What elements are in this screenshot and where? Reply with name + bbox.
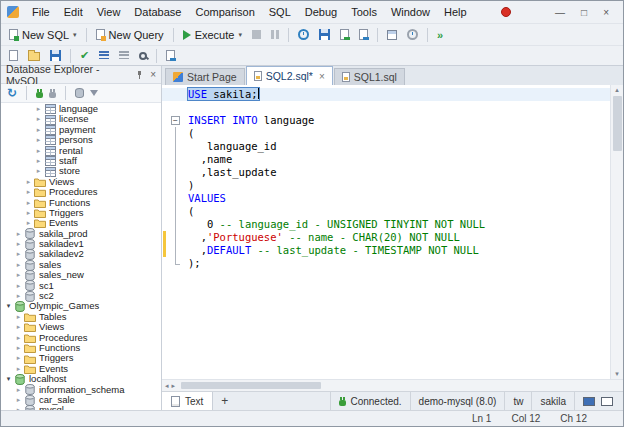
tree-item-tables[interactable]: ▸Tables bbox=[1, 312, 161, 322]
editor-line[interactable]: ( bbox=[162, 205, 610, 218]
export-data-button[interactable] bbox=[336, 27, 353, 42]
editor-line[interactable]: ( bbox=[162, 127, 610, 140]
tree-item-events[interactable]: ▸Events bbox=[1, 364, 161, 374]
menu-sql[interactable]: SQL bbox=[262, 3, 298, 21]
editor-line[interactable]: ); bbox=[162, 257, 610, 270]
editor-line[interactable]: ,name bbox=[162, 153, 610, 166]
menu-view[interactable]: View bbox=[90, 3, 128, 21]
scroll-left-icon[interactable]: ◂ bbox=[165, 382, 169, 390]
expand-arrow-icon[interactable]: ▸ bbox=[14, 249, 23, 259]
pause-button[interactable] bbox=[267, 28, 283, 41]
tab-start-page[interactable]: Start Page bbox=[165, 68, 245, 85]
tree-item-car-sale[interactable]: ▸car_sale bbox=[1, 395, 161, 405]
expand-arrow-icon[interactable]: ▸ bbox=[24, 187, 33, 197]
hscroll-thumb[interactable] bbox=[181, 382, 321, 389]
editor-line[interactable]: −INSERT INTO language bbox=[162, 114, 610, 127]
layout-editor-icon[interactable] bbox=[583, 397, 595, 406]
server-cell[interactable]: demo-mysql (8.0) bbox=[410, 392, 505, 410]
connection-status-cell[interactable]: Connected. bbox=[330, 392, 409, 410]
expand-arrow-icon[interactable]: ▸ bbox=[34, 156, 43, 166]
tree-item-rental[interactable]: ▸rental bbox=[1, 146, 161, 156]
tree-item-functions[interactable]: ▸Functions bbox=[1, 343, 161, 353]
expand-arrow-icon[interactable]: ▸ bbox=[14, 364, 23, 374]
expand-arrow-icon[interactable]: ▸ bbox=[24, 208, 33, 218]
scroll-down-icon[interactable]: ▾ bbox=[615, 370, 619, 378]
query-history-button[interactable] bbox=[294, 27, 313, 42]
vscroll-thumb[interactable] bbox=[613, 96, 622, 151]
expand-arrow-icon[interactable]: ▸ bbox=[24, 218, 33, 228]
expand-arrow-icon[interactable]: ▸ bbox=[34, 104, 43, 114]
tab-sql1-sql[interactable]: SQL1.sql bbox=[334, 68, 405, 85]
find-button[interactable] bbox=[135, 50, 151, 62]
new-connection-icon[interactable] bbox=[75, 88, 84, 98]
expand-arrow-icon[interactable]: ▸ bbox=[34, 135, 43, 145]
tree-item-store[interactable]: ▸store bbox=[1, 166, 161, 176]
pin-icon[interactable] bbox=[136, 71, 143, 79]
execute-button[interactable]: Execute ▾ bbox=[179, 27, 246, 43]
comment-button[interactable] bbox=[115, 49, 133, 62]
add-view-button[interactable]: + bbox=[213, 394, 236, 408]
new-sql-button[interactable]: New SQL ▾ bbox=[5, 27, 81, 43]
close-panel-icon[interactable]: × bbox=[150, 69, 156, 80]
more-commands-button[interactable]: » bbox=[433, 27, 447, 43]
new-query-button[interactable]: New Query bbox=[92, 27, 168, 43]
layout-split-icon[interactable] bbox=[601, 397, 613, 406]
editor-line[interactable]: ,DEFAULT -- last_update - TIMESTAMP NOT … bbox=[162, 244, 610, 257]
tree-item-triggers[interactable]: ▸Triggers bbox=[1, 208, 161, 218]
editor-line[interactable]: ,'Portuguese' -- name - CHAR(20) NOT NUL… bbox=[162, 231, 610, 244]
collapse-arrow-icon[interactable]: ▾ bbox=[4, 301, 13, 311]
scroll-right-icon[interactable]: ▸ bbox=[172, 382, 176, 390]
expand-arrow-icon[interactable]: ▸ bbox=[34, 125, 43, 135]
editor-line[interactable]: VALUES bbox=[162, 192, 610, 205]
expand-arrow-icon[interactable]: ▸ bbox=[14, 322, 23, 332]
expand-arrow-icon[interactable]: ▸ bbox=[14, 270, 23, 280]
save-results-button[interactable] bbox=[315, 27, 334, 42]
expand-arrow-icon[interactable]: ▸ bbox=[14, 333, 23, 343]
fold-collapse-icon[interactable]: − bbox=[170, 114, 182, 127]
tree-item-persons[interactable]: ▸persons bbox=[1, 135, 161, 145]
save-button[interactable] bbox=[46, 48, 65, 63]
maximize-button[interactable]: □ bbox=[581, 7, 587, 18]
expand-arrow-icon[interactable]: ▸ bbox=[24, 198, 33, 208]
menu-debug[interactable]: Debug bbox=[298, 3, 344, 21]
expand-arrow-icon[interactable]: ▸ bbox=[14, 312, 23, 322]
tree-item-staff[interactable]: ▸staff bbox=[1, 156, 161, 166]
menu-window[interactable]: Window bbox=[384, 3, 437, 21]
menu-file[interactable]: File bbox=[25, 3, 57, 21]
expand-arrow-icon[interactable]: ▸ bbox=[14, 260, 23, 270]
editor-line[interactable]: USE sakila; bbox=[162, 88, 610, 101]
database-cell[interactable]: sakila bbox=[531, 392, 574, 410]
collapse-arrow-icon[interactable]: ▾ bbox=[4, 374, 13, 384]
open-file-button[interactable] bbox=[24, 48, 44, 63]
refresh-icon[interactable]: ↻ bbox=[7, 88, 17, 98]
expand-arrow-icon[interactable]: ▸ bbox=[14, 229, 23, 239]
tab-text-view[interactable]: Text bbox=[162, 392, 213, 410]
tree-item-sales-new[interactable]: ▸sales_new bbox=[1, 270, 161, 280]
snippets-button[interactable] bbox=[162, 48, 179, 63]
editor-line[interactable]: ) bbox=[162, 179, 610, 192]
query-builder-button[interactable] bbox=[383, 28, 401, 42]
disconnect-icon[interactable] bbox=[49, 92, 56, 98]
editor-hscrollbar[interactable]: ◂ ▸ bbox=[162, 379, 623, 391]
tree-item-information-schema[interactable]: ▸information_schema bbox=[1, 385, 161, 395]
menu-comparison[interactable]: Comparison bbox=[188, 3, 261, 21]
expand-arrow-icon[interactable]: ▸ bbox=[14, 239, 23, 249]
expand-arrow-icon[interactable]: ▸ bbox=[34, 114, 43, 124]
expand-arrow-icon[interactable]: ▸ bbox=[14, 281, 23, 291]
tree-item-localhost[interactable]: ▾localhost bbox=[1, 374, 161, 384]
menu-database[interactable]: Database bbox=[127, 3, 188, 21]
tree-item-sc1[interactable]: ▸sc1 bbox=[1, 281, 161, 291]
query-profiler-button[interactable] bbox=[403, 27, 422, 42]
tree-item-triggers[interactable]: ▸Triggers bbox=[1, 353, 161, 363]
close-button[interactable]: × bbox=[603, 7, 609, 18]
filter-icon[interactable] bbox=[90, 90, 98, 96]
editor-line[interactable]: 0 -- language_id - UNSIGNED TINYINT NOT … bbox=[162, 218, 610, 231]
sql-editor[interactable]: USE sakila;−INSERT INTO language( langua… bbox=[162, 85, 610, 379]
fold-box[interactable]: − bbox=[171, 116, 180, 125]
editor-line[interactable] bbox=[162, 101, 610, 114]
validate-button[interactable]: ✔ bbox=[76, 48, 93, 63]
new-file-button[interactable] bbox=[5, 48, 22, 63]
expand-arrow-icon[interactable]: ▸ bbox=[24, 177, 33, 187]
scroll-up-icon[interactable]: ▴ bbox=[615, 86, 619, 94]
expand-arrow-icon[interactable]: ▸ bbox=[34, 146, 43, 156]
